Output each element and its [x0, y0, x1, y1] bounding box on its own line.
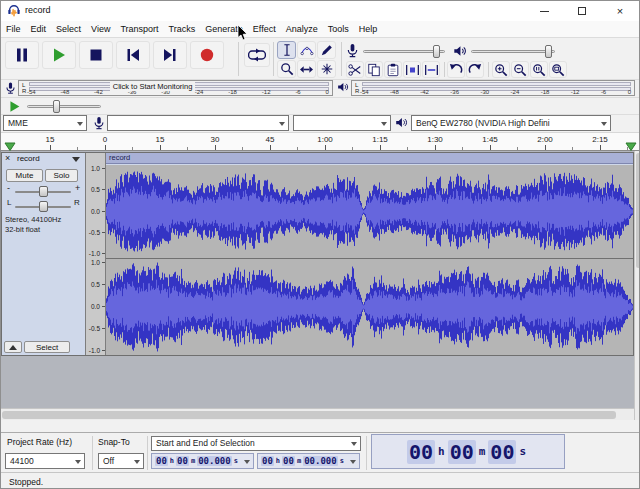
waveform-channel-2[interactable]: [106, 259, 633, 355]
recording-volume-thumb[interactable]: [433, 45, 440, 58]
vertical-scrollbar-thumb[interactable]: [636, 153, 640, 268]
play-button[interactable]: [42, 41, 76, 69]
paste-button[interactable]: [384, 61, 402, 78]
vertical-scale-ruler[interactable]: 1.00.50.0-0.5-1.0 1.00.50.0-0.5-1.0: [86, 153, 106, 355]
playback-volume-thumb[interactable]: [545, 45, 552, 58]
maximize-button[interactable]: [563, 1, 601, 21]
copy-button[interactable]: [365, 61, 383, 78]
pan-slider-thumb[interactable]: [39, 201, 48, 212]
menu-item-view[interactable]: View: [86, 21, 115, 37]
silence-audio-button[interactable]: [422, 61, 440, 78]
trim-audio-button[interactable]: [403, 61, 421, 78]
multi-tool-button[interactable]: [317, 60, 336, 78]
horizontal-scrollbar[interactable]: [1, 408, 634, 420]
clip-title-bar[interactable]: record: [106, 153, 633, 164]
redo-button[interactable]: [466, 61, 484, 78]
vertical-scale-tick: [102, 211, 105, 212]
play-speed-slider[interactable]: [27, 105, 101, 108]
timeline-pin-left[interactable]: [4, 142, 16, 151]
meter-scale-value: -18: [228, 89, 237, 96]
track-menu-button[interactable]: [72, 157, 80, 162]
menu-item-transport[interactable]: Transport: [115, 21, 163, 37]
vertical-scale-tick: [102, 232, 105, 233]
time-shift-tool-button[interactable]: [297, 60, 316, 78]
recording-device-combo[interactable]: [107, 115, 289, 131]
skip-to-start-button[interactable]: [116, 41, 150, 69]
monitoring-hint[interactable]: Click to Start Monitoring: [110, 82, 196, 91]
zoom-tool-button[interactable]: [277, 60, 296, 78]
toolbar-separator: [92, 436, 93, 470]
close-button[interactable]: ×: [601, 1, 639, 21]
menu-item-edit[interactable]: Edit: [26, 21, 52, 37]
cut-button[interactable]: [346, 61, 364, 78]
selection-tool-icon: [280, 43, 294, 57]
audio-position-display[interactable]: 00h 00m 00s: [371, 434, 565, 469]
record-button[interactable]: [190, 41, 224, 69]
recording-channels-combo[interactable]: [293, 115, 391, 131]
project-rate-combo[interactable]: 44100: [5, 453, 85, 469]
snap-to-value: Off: [103, 456, 114, 466]
skip-to-end-icon: [162, 47, 178, 63]
zoom-selection-button[interactable]: [530, 61, 548, 78]
meter-scale-value: -48: [61, 89, 70, 96]
stop-button[interactable]: [79, 41, 113, 69]
selection-end-field[interactable]: 00h 00m 00.000s: [257, 453, 360, 469]
meter-scale-value: 0: [326, 89, 329, 96]
meter-bar-left: [362, 82, 631, 86]
menu-item-select[interactable]: Select: [51, 21, 86, 37]
play-at-speed-icon[interactable]: [8, 100, 21, 113]
play-speed-thumb[interactable]: [53, 100, 60, 113]
meter-scale-value: -12: [262, 89, 271, 96]
title-bar: record ×: [1, 1, 639, 21]
zoom-out-button[interactable]: [511, 61, 529, 78]
zoom-in-button[interactable]: [492, 61, 510, 78]
playback-meter[interactable]: L R -54-48-42-36-30-24-18-12-60: [351, 80, 635, 96]
snap-to-combo[interactable]: Off: [98, 453, 144, 469]
menu-item-effect[interactable]: Effect: [248, 21, 281, 37]
menu-item-file[interactable]: File: [1, 21, 26, 37]
envelope-tool-icon: [300, 43, 314, 57]
horizontal-scrollbar-thumb[interactable]: [2, 411, 616, 419]
timeline-ruler[interactable]: 1501530451:001:151:301:452:002:15: [1, 132, 639, 151]
timeline-tick: [325, 145, 326, 150]
track-collapse-button[interactable]: [4, 341, 22, 353]
menu-item-analyze[interactable]: Analyze: [281, 21, 323, 37]
gain-slider-thumb[interactable]: [39, 186, 48, 197]
selection-tool-button[interactable]: [277, 41, 296, 59]
draw-tool-icon: [320, 43, 334, 57]
menu-item-tools[interactable]: Tools: [323, 21, 354, 37]
meter-right-label: R: [355, 88, 359, 94]
loop-icon: [248, 48, 266, 62]
playback-volume-slider[interactable]: [471, 50, 555, 53]
playback-device-combo[interactable]: BenQ EW2780 (NVIDIA High Defini: [411, 115, 611, 131]
track-close-button[interactable]: ×: [5, 153, 10, 163]
solo-button[interactable]: Solo: [45, 169, 78, 182]
menu-item-help[interactable]: Help: [354, 21, 383, 37]
audacity-window: record × FileEditSelectViewTransportTrac…: [0, 0, 640, 489]
zoom-fit-button[interactable]: [549, 61, 567, 78]
audio-host-combo[interactable]: MME: [3, 115, 87, 131]
minimize-button[interactable]: [525, 1, 563, 21]
playback-meter-speaker-icon: [337, 81, 349, 93]
pause-button[interactable]: [5, 41, 39, 69]
vertical-scrollbar[interactable]: [634, 151, 640, 420]
dropdown-arrow-icon: [350, 460, 356, 464]
audacity-logo-icon: [7, 4, 21, 18]
timeline-label: 0: [103, 135, 107, 144]
loop-button[interactable]: [244, 43, 270, 67]
track-name[interactable]: record: [17, 154, 40, 163]
menu-item-tracks[interactable]: Tracks: [164, 21, 201, 37]
waveform-channel-1[interactable]: [106, 165, 633, 258]
track-select-button[interactable]: Select: [24, 341, 70, 353]
timeline-tick-minor: [132, 147, 133, 150]
recording-meter[interactable]: L R -54-48-42-36-30-24-18-12-60 Click to…: [18, 80, 333, 96]
mute-button[interactable]: Mute: [6, 169, 43, 182]
menu-bar: FileEditSelectViewTransportTracksGenerat…: [1, 21, 639, 38]
undo-button[interactable]: [447, 61, 465, 78]
draw-tool-button[interactable]: [317, 41, 336, 59]
selection-mode-combo[interactable]: Start and End of Selection: [151, 436, 361, 451]
timeline-pin-right[interactable]: [625, 142, 637, 151]
skip-to-end-button[interactable]: [153, 41, 187, 69]
envelope-tool-button[interactable]: [297, 41, 316, 59]
selection-start-field[interactable]: 00h 00m 00.000s: [151, 453, 254, 469]
